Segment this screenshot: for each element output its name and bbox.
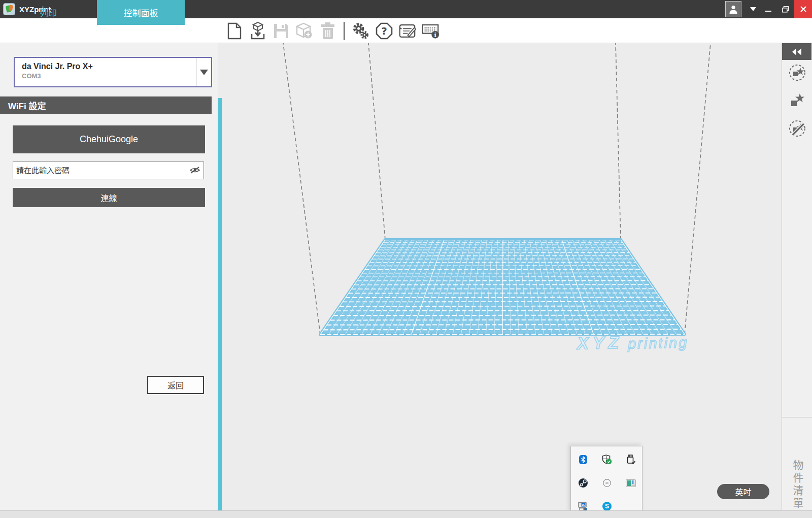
skype-icon: S — [602, 501, 612, 511]
eye-slash-icon — [189, 165, 201, 175]
keyboard-info-button[interactable]: i — [422, 21, 439, 41]
user-account-button[interactable] — [725, 1, 741, 17]
tab-print[interactable]: 列印 — [0, 0, 96, 25]
delete-icon — [320, 22, 335, 40]
dropdown-caret-icon — [750, 7, 756, 11]
download-manager-tray-button[interactable]: DL — [578, 501, 588, 511]
help-button[interactable]: ? — [375, 21, 393, 41]
svg-text:XYZ: XYZ — [576, 333, 623, 353]
safely-remove-hardware-tray-button[interactable] — [626, 455, 636, 465]
export-model-button[interactable] — [295, 21, 313, 41]
bluetooth-tray-button[interactable] — [578, 455, 588, 465]
select-all-objects-icon — [788, 63, 806, 82]
delete-button[interactable] — [319, 21, 336, 41]
save-icon — [273, 23, 289, 39]
toolbar: ? i — [225, 18, 439, 43]
print-bed-scene: XYZ printing — [222, 43, 782, 510]
wifi-password-input[interactable] — [13, 161, 204, 179]
select-object-button[interactable] — [788, 91, 806, 110]
control-side-panel: da Vinci Jr. Pro X+ COM3 WiFi 設定 ChehuiG… — [0, 43, 218, 510]
svg-text:printing: printing — [627, 334, 689, 352]
minimize-button[interactable] — [760, 0, 777, 18]
sidebar-divider — [782, 417, 812, 417]
restore-icon — [782, 6, 789, 13]
chevron-down-icon — [200, 70, 208, 75]
export-model-icon — [296, 23, 313, 39]
wifi-connect-button[interactable]: 連線 — [13, 188, 205, 207]
unit-toggle-button[interactable]: 英吋 — [717, 484, 769, 499]
wifi-settings-header: WiFi 設定 — [0, 96, 212, 114]
account-dropdown-button[interactable] — [747, 0, 760, 18]
steam-icon — [578, 478, 588, 488]
svg-text:S: S — [605, 503, 609, 510]
close-icon — [800, 6, 806, 12]
windows-security-tray-button[interactable] — [602, 455, 612, 465]
select-all-objects-button[interactable] — [788, 63, 806, 82]
deselect-objects-button[interactable] — [788, 119, 806, 138]
back-button[interactable]: 返回 — [147, 376, 204, 394]
new-file-button[interactable] — [225, 21, 243, 41]
printer-port: COM3 — [22, 72, 196, 80]
import-model-icon — [250, 22, 266, 40]
printer-dropdown-arrow[interactable] — [196, 58, 211, 86]
safely-remove-hardware-icon — [626, 455, 635, 465]
steam-tray-button[interactable] — [578, 478, 588, 488]
eula-document-button[interactable] — [398, 21, 416, 41]
help-icon: ? — [376, 22, 393, 40]
import-model-button[interactable] — [249, 21, 266, 41]
settings-button[interactable] — [352, 21, 369, 41]
adobe-cc-tray-button[interactable]: ∞ — [602, 478, 612, 488]
collapse-panel-icon — [792, 48, 802, 55]
settings-gears-icon — [352, 22, 369, 40]
system-tray-popup: ∞ DL — [570, 446, 642, 513]
user-account-icon — [728, 4, 738, 14]
tab-control-panel[interactable]: 控制面板 — [97, 0, 185, 25]
collapse-panel-button[interactable] — [782, 43, 811, 60]
svg-text:?: ? — [381, 25, 387, 37]
adobe-creative-cloud-icon: ∞ — [602, 479, 612, 487]
svg-text:∞: ∞ — [605, 480, 609, 485]
skype-tray-button[interactable]: S — [602, 501, 612, 511]
display-color-tray-button[interactable] — [626, 478, 636, 488]
keyboard-info-icon: i — [422, 22, 439, 40]
show-password-button[interactable] — [189, 165, 201, 175]
object-list-sidebar: 物件清單 — [782, 43, 812, 510]
svg-text:i: i — [434, 31, 436, 38]
save-button[interactable] — [272, 21, 290, 41]
object-list-label: 物件清單 — [782, 439, 812, 518]
toolbar-separator — [344, 22, 345, 40]
display-color-icon — [626, 479, 636, 487]
close-button[interactable] — [794, 0, 812, 18]
panel-scroll-strip[interactable] — [218, 98, 222, 510]
bluetooth-icon — [579, 455, 588, 464]
minimize-icon — [765, 6, 771, 12]
window-bottom-edge — [0, 510, 812, 518]
xyzprint-window: XYZprint — [0, 0, 812, 518]
restore-button[interactable] — [777, 0, 794, 18]
eula-document-icon — [398, 22, 416, 40]
printer-selector[interactable]: da Vinci Jr. Pro X+ COM3 — [14, 57, 212, 87]
svg-text:DL: DL — [582, 504, 585, 506]
build-plate-viewport[interactable]: XYZ printing — [222, 43, 782, 510]
select-object-icon — [789, 92, 806, 109]
wifi-ssid-button[interactable]: ChehuiGoogle — [13, 125, 205, 153]
deselect-objects-icon — [788, 119, 806, 138]
windows-security-icon — [602, 455, 612, 465]
download-manager-icon: DL — [578, 502, 588, 511]
printer-model: da Vinci Jr. Pro X+ — [22, 62, 196, 71]
new-file-icon — [227, 22, 242, 40]
